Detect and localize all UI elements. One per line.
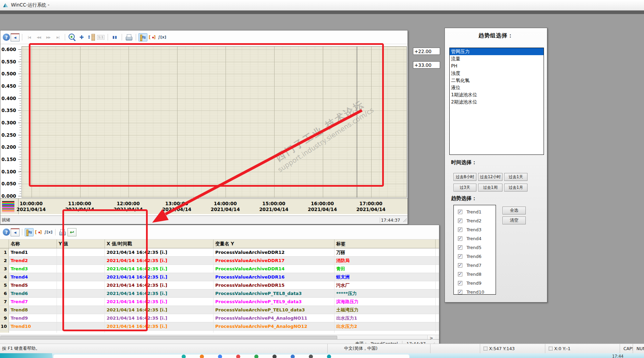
column-header[interactable]: 名称	[9, 239, 57, 248]
trend-checkbox[interactable]	[458, 227, 462, 232]
taskbar-search-box[interactable]	[53, 354, 410, 358]
table-row[interactable]: 7 Trend7 2021/04/14 16:42:35 [i.] Proces…	[0, 298, 439, 306]
trend-group-item[interactable]: 浊度	[450, 70, 544, 77]
selection-action-button[interactable]: 全选	[502, 207, 526, 214]
move-view-icon[interactable]	[77, 33, 86, 41]
trend-checkbox[interactable]	[458, 290, 462, 294]
table-row[interactable]: 10 Trend10 2021/04/14 16:42:35 [i.] Proc…	[0, 322, 439, 331]
table-header-row: 名称Y 值X 值/时间戳变量名 Y标签	[0, 239, 439, 248]
separator	[55, 229, 56, 235]
io-value-field[interactable]	[413, 61, 440, 69]
table-row[interactable]: 3 Trend3 2021/04/14 16:42:35 [i.] Proces…	[0, 265, 439, 273]
first-record-icon[interactable]	[25, 33, 34, 41]
statistics-icon[interactable]	[158, 33, 167, 41]
trend-checkbox-row: Trend5	[454, 243, 496, 252]
prev-record-icon[interactable]	[34, 33, 43, 41]
time-range-button[interactable]: 过3天	[453, 184, 476, 192]
next-record-icon[interactable]	[44, 33, 53, 41]
statistics-icon[interactable]	[44, 228, 53, 236]
one-to-one-icon[interactable]	[96, 33, 105, 41]
last-record-icon[interactable]	[53, 33, 62, 41]
export-icon[interactable]	[68, 228, 76, 236]
table-row[interactable]: 5 Trend5 2021/04/14 16:42:35 [i.] Proces…	[0, 281, 439, 289]
chart-status-time: 17:44:37	[380, 218, 401, 223]
y-value-cell	[57, 257, 105, 264]
table-row[interactable]: 8 Trend8 2021/04/14 16:42:35 [i.] Proces…	[0, 306, 439, 314]
properties-icon[interactable]	[11, 33, 20, 41]
time-range-button[interactable]: 过去1周	[478, 184, 502, 192]
select-trends-icon[interactable]	[34, 228, 43, 236]
taskbar-app-3-icon[interactable]	[218, 355, 222, 358]
trend-group-item[interactable]: 2期滤池水位	[450, 98, 544, 106]
help-icon[interactable]	[3, 229, 10, 236]
trend-checkbox-row: Trend10	[454, 287, 496, 295]
x-axis-tick-label: 14:00:00 2021/04/14	[201, 201, 250, 212]
trend-group-item[interactable]: 流量	[450, 55, 544, 62]
trend-plot-area[interactable]	[22, 46, 407, 198]
trend-name-cell: Trend9	[9, 314, 57, 322]
trend-group-item[interactable]: 液位	[450, 84, 544, 91]
select-trends-icon[interactable]	[148, 33, 157, 41]
trend-checkbox[interactable]	[458, 236, 462, 241]
trend-group-item[interactable]: PH	[450, 62, 544, 70]
trend-checkbox-label: Trend9	[466, 281, 482, 286]
table-row[interactable]: 1 Trend1 2021/04/14 16:42:35 [i.] Proces…	[0, 248, 439, 257]
taskbar-app-4-icon[interactable]	[236, 355, 240, 358]
taskbar-app-1-icon[interactable]	[182, 355, 186, 358]
taskbar-app-7-icon[interactable]	[291, 355, 295, 358]
trend-chart-window: 0.6000.5500.5000.4500.4000.3500.3000.250…	[0, 30, 408, 224]
selection-action-button[interactable]: 清空	[502, 217, 526, 224]
taskbar-app-2-icon[interactable]	[200, 355, 204, 358]
table-row[interactable]: 11	[0, 331, 439, 333]
trend-checkbox[interactable]	[458, 272, 462, 276]
trend-group-item[interactable]: 1期滤池水位	[450, 91, 544, 98]
properties-icon[interactable]	[11, 228, 20, 236]
trend-checkbox[interactable]	[458, 219, 462, 223]
trend-checkbox[interactable]	[458, 281, 462, 285]
trend-group-listbox[interactable]: 管网压力流量PH浊度二氧化氯液位1期滤池水位2期滤池水位	[449, 48, 544, 155]
time-range-button[interactable]: 过去12小时	[478, 173, 502, 181]
resize-grip-icon[interactable]	[403, 218, 407, 222]
table-row[interactable]: 6 Trend6 2021/04/14 16:42:35 [i.] Proces…	[0, 289, 439, 298]
trend-group-item[interactable]: 二氧化氯	[450, 77, 544, 84]
y-axis-tick-label: 0.600	[0, 47, 17, 52]
table-row[interactable]: 2 Trend2 2021/04/14 16:42:35 [i.] Proces…	[0, 257, 439, 265]
zoom-area-icon[interactable]	[68, 33, 76, 41]
column-header[interactable]: 标签	[335, 239, 436, 248]
taskbar-app-5-icon[interactable]	[254, 355, 258, 358]
time-range-button[interactable]: 过去8小时	[453, 173, 476, 181]
y-axis-tick-label: 0.250	[0, 132, 17, 138]
y-value-cell	[57, 298, 105, 306]
help-icon[interactable]	[3, 34, 10, 41]
trend-checkbox[interactable]	[458, 254, 462, 259]
pause-icon[interactable]	[110, 33, 119, 41]
taskbar-app-9-icon[interactable]	[327, 355, 331, 358]
tick-time: 11:00:00	[56, 201, 104, 207]
print-icon[interactable]	[58, 228, 67, 236]
io-value-field[interactable]	[413, 48, 440, 55]
select-time-range-icon[interactable]	[138, 33, 147, 41]
tick-time: 15:00:00	[250, 201, 298, 207]
taskbar-app-8-icon[interactable]	[309, 355, 313, 358]
column-header[interactable]: 变量名 Y	[214, 239, 335, 248]
tag-cell: 出水压力1	[335, 314, 436, 322]
trend-group-item[interactable]: 管网压力	[450, 48, 544, 55]
column-header[interactable]: Y 值	[57, 239, 105, 248]
trend-checkbox[interactable]	[458, 263, 462, 268]
select-time-range-icon[interactable]	[25, 228, 34, 236]
time-range-button[interactable]: 过去1月	[504, 184, 527, 192]
x-timestamp-cell: 2021/04/14 16:42:35 [i.]	[105, 273, 214, 281]
trend-checkbox-row: Trend9	[454, 279, 496, 287]
column-header[interactable]: X 值/时间戳	[105, 239, 214, 248]
trend-group-panel: 趋势组选择： 管网压力流量PH浊度二氧化氯液位1期滤池水位2期滤池水位 时间选择…	[445, 28, 547, 303]
print-icon[interactable]	[124, 33, 133, 41]
trend-checkbox[interactable]	[458, 210, 462, 214]
tick-time: 17:00:00	[347, 201, 395, 207]
ruler-icon[interactable]	[87, 33, 96, 41]
trend-checkbox[interactable]	[458, 245, 462, 250]
row-number-cell: 3	[0, 265, 9, 273]
taskbar-app-6-icon[interactable]	[272, 355, 277, 358]
time-range-button[interactable]: 过去1天	[504, 173, 527, 181]
table-row[interactable]: 9 Trend9 2021/04/14 16:42:35 [i.] Proces…	[0, 314, 439, 322]
table-row[interactable]: 4 Trend4 2021/04/14 16:42:35 [i.] Proces…	[0, 273, 439, 281]
